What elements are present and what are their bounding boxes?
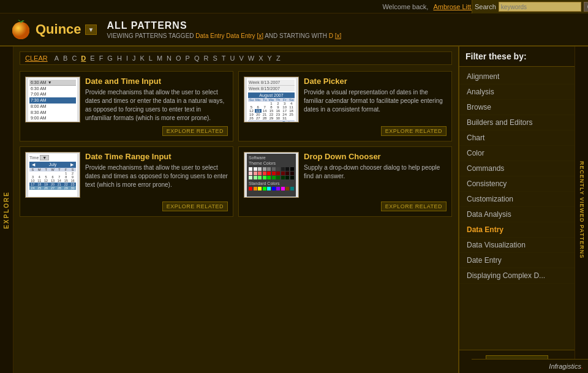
- filter-item-commands[interactable]: Commands: [459, 161, 575, 176]
- filter-item-consistency[interactable]: Consistency: [459, 176, 575, 192]
- cards-grid: 6:30 AM ▼ 6:30 AM 7:00 AM 7:30 AM 8:00 A…: [20, 71, 452, 217]
- search-area: Search Go: [472, 0, 588, 13]
- recently-viewed-sidebar[interactable]: RECENTLY VIEWED PATTERNS: [575, 47, 588, 373]
- main-content: CLEAR A B C D E F G H I J K L M N O P Q …: [13, 47, 458, 373]
- search-go-button[interactable]: Go: [584, 2, 588, 12]
- page-title: ALL PATTERNS: [107, 20, 578, 31]
- alpha-A[interactable]: A: [53, 55, 60, 62]
- explore-related-button-3[interactable]: EXPLORE RELATED: [162, 202, 228, 211]
- card-thumb-time-list: 6:30 AM ▼ 6:30 AM 7:00 AM 7:30 AM 8:00 A…: [25, 77, 80, 122]
- card-footer: EXPLORE RELATED: [244, 126, 447, 136]
- filter-item-chart[interactable]: Chart: [459, 130, 575, 146]
- alpha-R[interactable]: R: [203, 55, 210, 62]
- card-date-time-input: 6:30 AM ▼ 6:30 AM 7:00 AM 7:30 AM 8:00 A…: [20, 71, 233, 141]
- alpha-E[interactable]: E: [89, 55, 96, 62]
- alpha-clear[interactable]: CLEAR: [25, 55, 48, 62]
- header-subtitle: VIEWING PATTERNS TAGGED Data Entry Data …: [107, 32, 578, 39]
- alpha-C[interactable]: C: [70, 55, 78, 62]
- alpha-M[interactable]: M: [156, 55, 164, 62]
- alpha-N[interactable]: N: [165, 55, 173, 62]
- letter-label: D: [329, 32, 333, 39]
- card-date-time-range: Time ▼ ◀July▶ SMTWTFS 12 34567: [20, 146, 233, 217]
- infragistics-logo: Infragistics.: [549, 363, 583, 370]
- card-title[interactable]: Drop Down Chooser: [304, 152, 447, 161]
- logo-area: Quince ▼: [10, 18, 97, 40]
- infragistics-dot: .: [581, 363, 583, 370]
- alpha-F[interactable]: F: [98, 55, 105, 62]
- alpha-I[interactable]: I: [125, 55, 129, 62]
- alpha-L[interactable]: L: [148, 55, 154, 62]
- filter-item-browse[interactable]: Browse: [459, 100, 575, 115]
- filter-item-date-entry[interactable]: Date Entry: [459, 253, 575, 268]
- explore-related-button-2[interactable]: EXPLORE RELATED: [381, 126, 447, 136]
- filter-item-customization[interactable]: Customization: [459, 192, 575, 207]
- card-info: Date Time Range Input Provide mechanisms…: [85, 152, 228, 198]
- card-top: Software Theme Colors: [244, 152, 447, 198]
- card-info: Date Picker Provide a visual representat…: [304, 77, 447, 122]
- alpha-H[interactable]: H: [116, 55, 123, 62]
- card-desc: Provide mechanisms that allow the user t…: [85, 88, 228, 122]
- card-thumb-calendar: Time ▼ ◀July▶ SMTWTFS 12 34567: [25, 152, 80, 198]
- logo-icon: [10, 18, 32, 40]
- filter-item-color[interactable]: Color: [459, 146, 575, 161]
- search-input[interactable]: [499, 2, 581, 12]
- tag-remove[interactable]: [x]: [257, 32, 263, 39]
- card-title[interactable]: Date Time Range Input: [85, 152, 228, 161]
- alpha-D[interactable]: D: [80, 55, 87, 62]
- filter-item-analysis[interactable]: Analysis: [459, 85, 575, 100]
- filter-item-data-entry[interactable]: Data Entry: [459, 222, 575, 238]
- alpha-W[interactable]: W: [247, 55, 255, 62]
- card-top: 6:30 AM ▼ 6:30 AM 7:00 AM 7:30 AM 8:00 A…: [25, 77, 228, 122]
- card-title[interactable]: Date Picker: [304, 77, 447, 86]
- card-date-picker: Week 8/13-2007 Week 8/15/2007 August 200…: [238, 71, 452, 141]
- explore-tab-label: EXPLORE: [3, 191, 10, 229]
- alpha-T[interactable]: T: [221, 55, 227, 62]
- card-dropdown-chooser: Software Theme Colors: [238, 146, 452, 217]
- alpha-V[interactable]: V: [238, 55, 244, 62]
- alpha-P[interactable]: P: [184, 55, 191, 62]
- filter-item-builders[interactable]: Builders and Editors: [459, 115, 575, 130]
- card-top: Time ▼ ◀July▶ SMTWTFS 12 34567: [25, 152, 228, 198]
- logo-text: Quince: [36, 21, 81, 37]
- filter-list: Alignment Analysis Browse Builders and E…: [459, 67, 575, 350]
- filter-item-displaying-complex[interactable]: Displaying Complex D...: [459, 268, 575, 284]
- card-thumb-color-chooser: Software Theme Colors: [244, 152, 299, 198]
- card-thumb-date-picker: Week 8/13-2007 Week 8/15/2007 August 200…: [244, 77, 299, 122]
- filter-item-data-visualization[interactable]: Data Visualization: [459, 238, 575, 253]
- alpha-K[interactable]: K: [138, 55, 145, 62]
- card-top: Week 8/13-2007 Week 8/15/2007 August 200…: [244, 77, 447, 122]
- alpha-J[interactable]: J: [131, 55, 137, 62]
- alpha-O[interactable]: O: [175, 55, 183, 62]
- filter-item-data-analysis[interactable]: Data Analysis: [459, 207, 575, 222]
- explore-related-button-4[interactable]: EXPLORE RELATED: [381, 202, 447, 211]
- alpha-X[interactable]: X: [257, 55, 264, 62]
- card-info: Date and Time Input Provide mechanisms t…: [85, 77, 228, 122]
- card-info: Drop Down Chooser Supply a drop-down cho…: [304, 152, 447, 198]
- card-title[interactable]: Date and Time Input: [85, 77, 228, 86]
- infragistics-footer: Infragistics.: [472, 359, 588, 373]
- alpha-U[interactable]: U: [229, 55, 236, 62]
- card-desc: Supply a drop-down chooser dialog to hel…: [304, 164, 447, 181]
- filter-item-alignment[interactable]: Alignment: [459, 69, 575, 85]
- card-desc: Provide a visual representation of dates…: [304, 88, 447, 114]
- tag-label-val: Data Entry: [226, 32, 255, 39]
- card-footer: EXPLORE RELATED: [244, 202, 447, 211]
- letter-remove[interactable]: [x]: [335, 32, 342, 39]
- tag-label: Data Entry: [195, 32, 224, 39]
- svg-point-1: [12, 22, 29, 39]
- alpha-G[interactable]: G: [106, 55, 114, 62]
- alpha-B[interactable]: B: [62, 55, 69, 62]
- header-titles: ALL PATTERNS VIEWING PATTERNS TAGGED Dat…: [107, 20, 578, 39]
- card-footer: EXPLORE RELATED: [25, 126, 228, 136]
- explore-related-button-1[interactable]: EXPLORE RELATED: [162, 126, 228, 136]
- alpha-S[interactable]: S: [211, 55, 218, 62]
- search-label: Search: [475, 3, 496, 10]
- main-layout: EXPLORE CLEAR A B C D E F G H I J K L M …: [0, 47, 588, 373]
- logo-dropdown-button[interactable]: ▼: [85, 24, 97, 35]
- alpha-Z[interactable]: Z: [275, 55, 282, 62]
- header: Quince ▼ ALL PATTERNS VIEWING PATTERNS T…: [0, 13, 588, 47]
- explore-sidebar[interactable]: EXPLORE: [0, 47, 13, 373]
- card-footer: EXPLORE RELATED: [25, 202, 228, 211]
- alpha-Y[interactable]: Y: [266, 55, 273, 62]
- alpha-Q[interactable]: Q: [193, 55, 201, 62]
